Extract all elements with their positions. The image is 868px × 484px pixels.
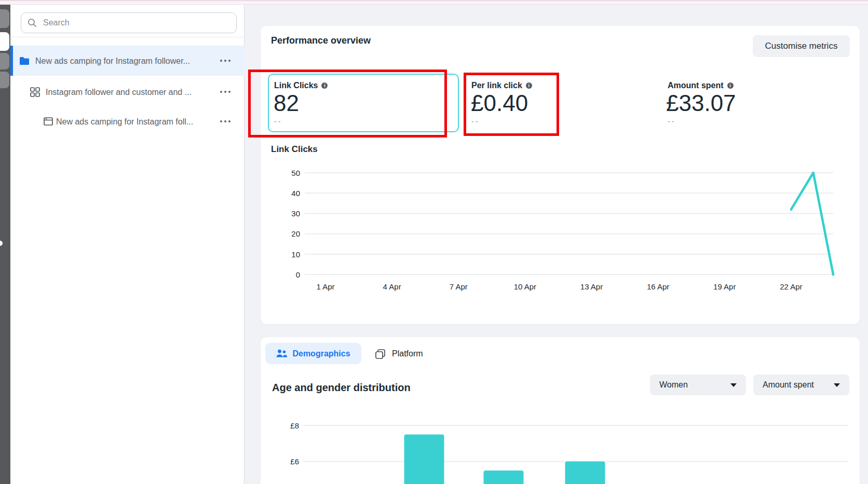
metric-sub-value: -- <box>668 117 675 126</box>
age-gender-chart: £8£6 <box>270 405 860 484</box>
metric-sub-value: -- <box>274 117 282 126</box>
search-icon <box>28 18 37 27</box>
info-icon[interactable]: i <box>526 82 532 89</box>
metric-value: £0.40 <box>471 92 528 115</box>
metric-label-per-link-click: Per link clicki <box>471 81 532 90</box>
tab-platform[interactable]: Platform <box>367 344 431 363</box>
tree-item-label: New ads camping for Instagram foll... <box>56 117 193 127</box>
svg-text:7 Apr: 7 Apr <box>450 282 468 291</box>
link-clicks-chart: 504030201001 Apr4 Apr7 Apr10 Apr13 Apr16… <box>270 156 860 296</box>
tab-label: Demographics <box>292 349 350 358</box>
card-title: Performance overview <box>271 35 371 46</box>
more-options-icon[interactable] <box>220 120 230 122</box>
gender-filter-dropdown[interactable]: Women <box>650 375 746 395</box>
top-strip <box>0 1 868 5</box>
svg-text:20: 20 <box>291 229 300 238</box>
tree-item-label: Instagram follower and customer and ... <box>46 88 192 97</box>
folder-icon <box>19 57 30 65</box>
sidebar-divider <box>10 37 245 37</box>
customise-metrics-button[interactable]: Customise metrics <box>753 35 850 57</box>
people-icon <box>276 349 287 358</box>
svg-text:16 Apr: 16 Apr <box>647 282 669 291</box>
svg-text:1 Apr: 1 Apr <box>316 282 334 291</box>
info-icon[interactable]: i <box>727 82 734 89</box>
metric-label-link-clicks: Link Clicksi <box>274 81 328 90</box>
svg-text:0: 0 <box>296 270 300 279</box>
tab-label: Platform <box>392 349 423 358</box>
age-gender-heading: Age and gender distribution <box>272 382 411 394</box>
selected-row-indicator <box>10 46 13 76</box>
svg-text:£8: £8 <box>290 421 299 430</box>
dropdown-value: Women <box>659 380 730 390</box>
svg-text:19 Apr: 19 Apr <box>713 282 736 291</box>
dropdown-value: Amount spent <box>763 380 834 390</box>
tab-demographics[interactable]: Demographics <box>265 343 361 364</box>
line-chart-title: Link Clicks <box>271 144 318 155</box>
search-box[interactable] <box>21 12 237 33</box>
tree-item-label: New ads camping for Instagram follower..… <box>35 57 190 66</box>
campaign-tree-sidebar <box>10 5 245 484</box>
metric-value: 82 <box>274 92 299 115</box>
svg-text:40: 40 <box>291 189 300 198</box>
campaign-grid-icon <box>30 87 40 97</box>
chevron-down-icon <box>730 383 737 387</box>
info-icon[interactable]: i <box>321 82 328 89</box>
svg-text:10: 10 <box>291 250 300 259</box>
chevron-down-icon <box>834 383 840 387</box>
svg-text:4 Apr: 4 Apr <box>383 282 401 291</box>
svg-text:50: 50 <box>291 169 300 177</box>
svg-text:£6: £6 <box>290 457 299 466</box>
ad-window-icon <box>44 117 53 126</box>
metric-sub-value: -- <box>471 117 479 126</box>
svg-text:10 Apr: 10 Apr <box>514 282 536 291</box>
svg-text:22 Apr: 22 Apr <box>780 282 802 291</box>
rail-nav-button-2-selected[interactable] <box>0 32 9 51</box>
svg-text:30: 30 <box>291 209 300 218</box>
overlapping-squares-icon <box>375 349 385 359</box>
ads-manager-page: New ads camping for Instagram follower..… <box>0 0 868 484</box>
svg-text:13 Apr: 13 Apr <box>580 282 603 291</box>
metric-filter-dropdown[interactable]: Amount spent <box>753 375 849 395</box>
more-options-icon[interactable] <box>220 91 230 93</box>
search-input[interactable] <box>42 18 230 28</box>
more-options-icon[interactable] <box>220 60 230 62</box>
metric-value: £33.07 <box>666 92 736 115</box>
rail-nav-button-1[interactable] <box>0 9 9 28</box>
rail-nav-button-4[interactable] <box>0 72 9 88</box>
metric-label-amount-spent: Amount spenti <box>668 81 734 90</box>
rail-nav-button-3[interactable] <box>0 53 9 70</box>
